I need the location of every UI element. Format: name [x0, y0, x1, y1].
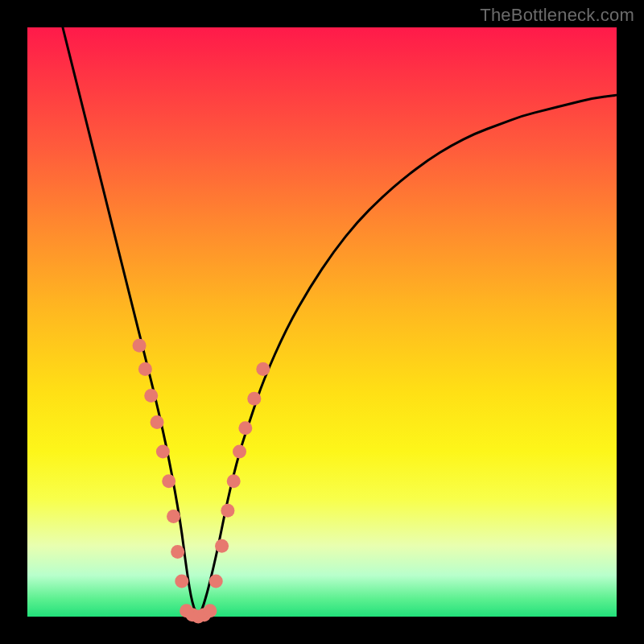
bottleneck-curve: [63, 27, 617, 613]
marker-dot: [138, 362, 152, 376]
chart-svg: [27, 27, 617, 617]
marker-dot: [221, 504, 234, 518]
marker-dot: [227, 474, 241, 488]
marker-dot: [203, 604, 217, 617]
marker-dot: [209, 575, 223, 588]
watermark-text: TheBottleneck.com: [480, 5, 634, 26]
marker-dot: [247, 392, 261, 406]
marker-dot: [162, 474, 175, 488]
marker-dot: [133, 339, 147, 353]
marker-dot: [238, 421, 252, 435]
marker-dot: [151, 415, 164, 429]
marker-dot: [175, 575, 188, 588]
marker-dot: [144, 389, 158, 402]
marker-dot: [171, 545, 184, 559]
chart-area: [27, 27, 617, 617]
marker-dot: [233, 445, 246, 459]
data-markers: [133, 339, 270, 624]
marker-dot: [167, 510, 180, 523]
marker-dot: [215, 539, 229, 553]
marker-dot: [256, 362, 270, 376]
marker-dot: [156, 445, 170, 459]
